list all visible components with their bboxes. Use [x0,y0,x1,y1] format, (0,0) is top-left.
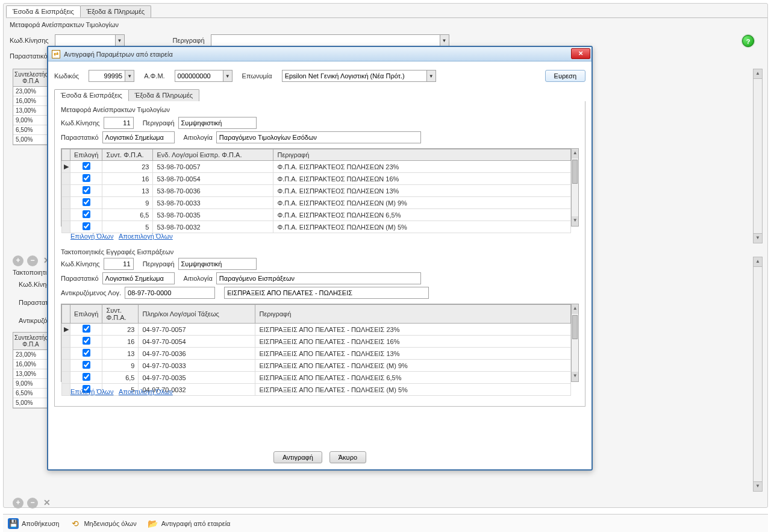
bg-perigrafi-combo[interactable]: ▼ [211,34,449,46]
bg-perigrafi-label: Περιγραφή [173,37,205,44]
bg-scrollbar-2[interactable]: ▲▼ [753,257,763,492]
row-rate: 16 [102,336,139,348]
add-icon[interactable]: + [13,255,23,266]
sec1-per-input[interactable] [178,117,257,129]
row-checkbox[interactable] [83,325,90,333]
bg-scrollbar[interactable]: ▲▼ [753,69,763,243]
sec1-scrollbar[interactable]: ▲▼ [571,149,578,226]
table-row[interactable]: 6,553-98-70-0035Φ.Π.Α. ΕΙΣΠΡΑΚΤΕΟΣ ΠΩΛΗΣ… [62,209,571,221]
row-checkbox[interactable] [83,361,90,369]
sec2-scrollbar[interactable]: ▲▼ [571,304,578,381]
table-row[interactable]: 553-98-70-0032Φ.Π.Α. ΕΙΣΠΡΑΚΤΕΟΣ ΠΩΛΗΣΕΩ… [62,221,571,233]
reset-all-button[interactable]: ⟲ Μηδενισμός όλων [70,518,136,529]
row-desc: ΕΙΣΠΡΑΞΕΙΣ ΑΠΟ ΠΕΛΑΤΕΣ - ΠΩΛΗΣΕΙΣ (Μ) 9% [255,360,571,372]
row-handle[interactable]: ▶ [62,324,70,336]
row-checkbox[interactable] [83,349,90,357]
save-button[interactable]: 💾 Αποθήκευση [8,518,59,529]
row-desc: Φ.Π.Α. ΕΙΣΠΡΑΚΤΕΟΣ ΠΩΛΗΣΕΩΝ 16% [273,173,571,185]
sec2-select-all[interactable]: Επιλογή Όλων [70,388,113,395]
close-icon[interactable]: ✕ [42,498,52,509]
row-checkbox[interactable] [83,373,90,381]
sec2-ait-input[interactable] [216,272,421,284]
table-row[interactable]: 6,504-97-70-0035ΕΙΣΠΡΑΞΕΙΣ ΑΠΟ ΠΕΛΑΤΕΣ -… [62,372,571,384]
reset-icon: ⟲ [70,518,81,529]
cancel-button[interactable]: Άκυρο [329,451,366,463]
sec1-select-all[interactable]: Επιλογή Όλων [70,233,113,240]
sec1-deselect-all[interactable]: Αποεπιλογή Όλων [119,233,173,240]
row-checkbox[interactable] [83,174,90,182]
bg-kod-kinisis-combo[interactable]: ▼ [55,34,125,46]
chevron-down-icon[interactable]: ▼ [223,70,233,82]
row-checkbox[interactable] [83,186,90,194]
sec1-kod-label: Κωδ.Κίνησης [61,119,100,127]
row-handle[interactable] [62,209,70,221]
sec2-par-input[interactable] [102,272,175,284]
row-handle[interactable] [62,348,70,360]
add-icon[interactable]: + [13,498,23,509]
row-handle[interactable] [62,384,70,396]
row-handle[interactable] [62,360,70,372]
row-desc: ΕΙΣΠΡΑΞΕΙΣ ΑΠΟ ΠΕΛΑΤΕΣ - ΠΩΛΗΣΕΙΣ 13% [255,348,571,360]
row-rate: 5 [102,221,153,233]
row-desc: ΕΙΣΠΡΑΞΕΙΣ ΑΠΟ ΠΕΛΑΤΕΣ - ΠΩΛΗΣΕΙΣ 16% [255,336,571,348]
table-row[interactable]: 904-97-70-0033ΕΙΣΠΡΑΞΕΙΣ ΑΠΟ ΠΕΛΑΤΕΣ - Π… [62,360,571,372]
sec2-per-input[interactable] [178,258,257,270]
row-checkbox[interactable] [83,198,90,206]
modal-tab-income[interactable]: Έσοδα & Εισπράξεις [54,89,129,101]
chevron-down-icon[interactable]: ▼ [440,34,449,46]
bg-tab-expenses[interactable]: Έξοδα & Πληρωμές [80,5,151,17]
eponimia-combo[interactable]: ▼ [282,70,436,82]
eponimia-label: Επωνυμία [242,72,272,80]
row-checkbox[interactable] [83,337,90,345]
row-desc: ΕΙΣΠΡΑΞΕΙΣ ΑΠΟ ΠΕΛΑΤΕΣ - ΠΩΛΗΣΕΙΣ 23% [255,324,571,336]
copy-from-company-button[interactable]: 📂 Αντιγραφή από εταιρεία [148,518,231,529]
row-handle[interactable] [62,185,70,197]
chevron-down-icon[interactable]: ▼ [125,70,134,82]
sec2-ant-input[interactable] [125,287,215,299]
modal-tab-expenses[interactable]: Έξοδα & Πληρωμές [128,89,199,101]
row-handle[interactable] [62,197,70,209]
swap-icon: ⇄ [52,50,60,58]
table-row[interactable]: ▶2353-98-70-0057Φ.Π.Α. ΕΙΣΠΡΑΚΤΕΟΣ ΠΩΛΗΣ… [62,161,571,173]
kodikos-combo[interactable]: ▼ [89,70,134,82]
row-handle[interactable] [62,173,70,185]
remove-icon[interactable]: − [27,255,38,266]
table-row[interactable]: 1304-97-70-0036ΕΙΣΠΡΑΞΕΙΣ ΑΠΟ ΠΕΛΑΤΕΣ - … [62,348,571,360]
row-rate: 23 [102,161,153,173]
row-handle[interactable] [62,372,70,384]
row-checkbox[interactable] [83,210,90,218]
copy-button[interactable]: Αντιγραφή [273,451,322,463]
remove-icon[interactable]: − [27,498,38,509]
chevron-down-icon[interactable]: ▼ [115,34,125,46]
afm-input[interactable] [175,70,223,82]
row-checkbox[interactable] [83,162,90,170]
row-handle[interactable]: ▶ [62,161,70,173]
row-rate: 23 [102,324,139,336]
afm-combo[interactable]: ▼ [175,70,233,82]
eponimia-input[interactable] [282,70,426,82]
table-row[interactable]: 1653-98-70-0054Φ.Π.Α. ΕΙΣΠΡΑΚΤΕΟΣ ΠΩΛΗΣΕ… [62,173,571,185]
sec2-kod-input[interactable] [104,258,134,270]
sec2-ait-label: Αιτιολογία [184,275,213,282]
bg-tab-income[interactable]: Έσοδα & Εισπράξεις [6,5,81,17]
help-icon[interactable]: ? [742,35,754,47]
sec1-ait-input[interactable] [216,131,421,143]
sec1-par-input[interactable] [102,131,175,143]
row-desc: Φ.Π.Α. ΕΙΣΠΡΑΚΤΕΟΣ ΠΩΛΗΣΕΩΝ 13% [273,185,571,197]
close-button[interactable]: ✕ [571,48,590,59]
row-handle[interactable] [62,221,70,233]
table-row[interactable]: 953-98-70-0033Φ.Π.Α. ΕΙΣΠΡΑΚΤΕΟΣ ΠΩΛΗΣΕΩ… [62,197,571,209]
kodikos-input[interactable] [89,70,125,82]
sec2-deselect-all[interactable]: Αποεπιλογή Όλων [119,388,173,395]
table-row[interactable]: 1604-97-70-0054ΕΙΣΠΡΑΞΕΙΣ ΑΠΟ ΠΕΛΑΤΕΣ - … [62,336,571,348]
search-button[interactable]: Ευρεση [545,70,585,82]
sec1-kod-input[interactable] [104,117,134,129]
table-row[interactable]: 1353-98-70-0036Φ.Π.Α. ΕΙΣΠΡΑΚΤΕΟΣ ΠΩΛΗΣΕ… [62,185,571,197]
table-row[interactable]: ▶2304-97-70-0057ΕΙΣΠΡΑΞΕΙΣ ΑΠΟ ΠΕΛΑΤΕΣ -… [62,324,571,336]
chevron-down-icon[interactable]: ▼ [426,70,436,82]
row-handle[interactable] [62,336,70,348]
row-checkbox[interactable] [83,222,90,230]
row-desc: ΕΙΣΠΡΑΞΕΙΣ ΑΠΟ ΠΕΛΑΤΕΣ - ΠΩΛΗΣΕΙΣ 6,5% [255,372,571,384]
sec2-ant-desc[interactable] [224,287,429,299]
sec2-ant-label: Αντικρυζόμενος Λογ. [61,289,121,296]
